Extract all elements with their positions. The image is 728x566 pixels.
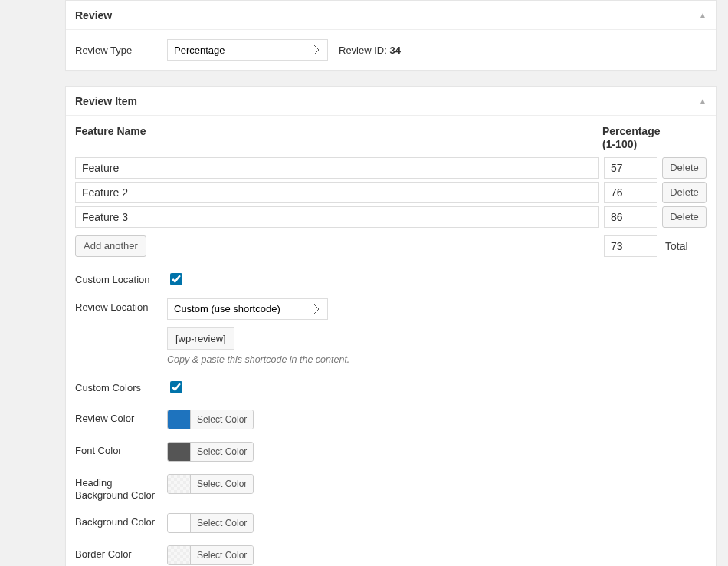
review-location-label: Review Location xyxy=(75,298,167,314)
delete-button[interactable]: Delete xyxy=(662,157,707,179)
color-label: Font Color xyxy=(75,442,167,458)
color-row: Heading Background ColorSelect Color xyxy=(75,474,707,503)
color-picker[interactable]: Select Color xyxy=(167,442,254,462)
color-swatch xyxy=(168,546,191,564)
feature-name-input[interactable] xyxy=(75,182,599,203)
select-color-button[interactable]: Select Color xyxy=(191,410,253,429)
color-label: Review Color xyxy=(75,410,167,426)
collapse-icon[interactable]: ▲ xyxy=(699,11,707,19)
col-feature-name: Feature Name xyxy=(75,125,602,151)
custom-location-label: Custom Location xyxy=(75,271,167,287)
custom-colors-checkbox[interactable] xyxy=(170,381,182,393)
color-row: Review ColorSelect Color xyxy=(75,410,707,431)
total-label: Total xyxy=(662,240,707,252)
total-value-input[interactable] xyxy=(604,235,657,257)
color-swatch xyxy=(168,410,191,429)
color-row: Border ColorSelect Color xyxy=(75,545,707,566)
color-picker[interactable]: Select Color xyxy=(167,474,254,494)
custom-colors-label: Custom Colors xyxy=(75,379,167,395)
feature-percentage-input[interactable] xyxy=(604,206,657,228)
color-label: Background Color xyxy=(75,513,167,529)
color-picker[interactable]: Select Color xyxy=(167,513,254,533)
delete-button[interactable]: Delete xyxy=(662,206,707,228)
review-type-select[interactable]: Percentage xyxy=(167,39,328,61)
review-panel-title: Review xyxy=(75,9,112,21)
feature-name-input[interactable] xyxy=(75,157,599,179)
color-row: Font ColorSelect Color xyxy=(75,442,707,463)
delete-button[interactable]: Delete xyxy=(662,182,707,203)
shortcode-box[interactable]: [wp-review] xyxy=(167,327,234,350)
feature-row: Delete xyxy=(75,157,707,179)
review-type-label: Review Type xyxy=(75,44,167,56)
feature-percentage-input[interactable] xyxy=(604,182,657,203)
color-picker[interactable]: Select Color xyxy=(167,410,254,429)
review-panel: Review ▲ Review Type Percentage Review I… xyxy=(65,0,717,71)
select-color-button[interactable]: Select Color xyxy=(191,443,253,461)
feature-name-input[interactable] xyxy=(75,206,599,228)
feature-row: Delete xyxy=(75,182,707,203)
select-color-button[interactable]: Select Color xyxy=(191,546,253,564)
feature-percentage-input[interactable] xyxy=(604,157,657,179)
feature-row: Delete xyxy=(75,206,707,228)
color-label: Border Color xyxy=(75,545,167,561)
review-id: Review ID: 34 xyxy=(339,44,401,56)
select-color-button[interactable]: Select Color xyxy=(191,514,253,532)
review-panel-header: Review ▲ xyxy=(66,1,716,30)
select-color-button[interactable]: Select Color xyxy=(191,475,253,493)
color-swatch xyxy=(168,475,191,493)
review-item-panel: Review Item ▲ Feature Name Percentage (1… xyxy=(65,86,717,566)
shortcode-hint: Copy & paste this shortcode in the conte… xyxy=(167,354,707,365)
color-swatch xyxy=(168,443,191,461)
collapse-icon[interactable]: ▲ xyxy=(699,97,707,105)
review-item-panel-title: Review Item xyxy=(75,95,137,107)
color-swatch xyxy=(168,514,191,532)
custom-location-checkbox[interactable] xyxy=(170,273,182,285)
color-picker[interactable]: Select Color xyxy=(167,545,254,565)
review-location-select[interactable]: Custom (use shortcode) xyxy=(167,298,328,320)
col-percentage: Percentage (1-100) xyxy=(602,125,661,151)
color-label: Heading Background Color xyxy=(75,474,167,503)
add-another-button[interactable]: Add another xyxy=(75,235,146,257)
color-row: Background ColorSelect Color xyxy=(75,513,707,535)
review-item-panel-header: Review Item ▲ xyxy=(66,87,716,116)
